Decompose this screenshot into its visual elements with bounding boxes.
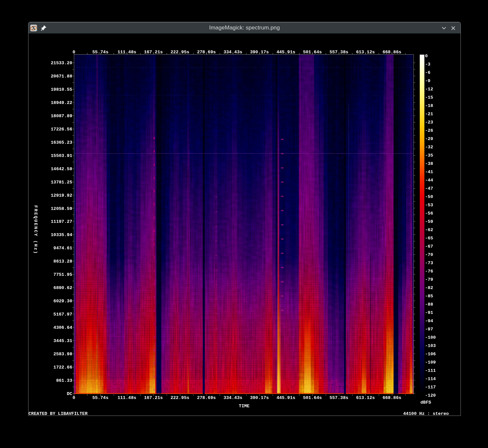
svg-text:X: X [31,25,36,31]
